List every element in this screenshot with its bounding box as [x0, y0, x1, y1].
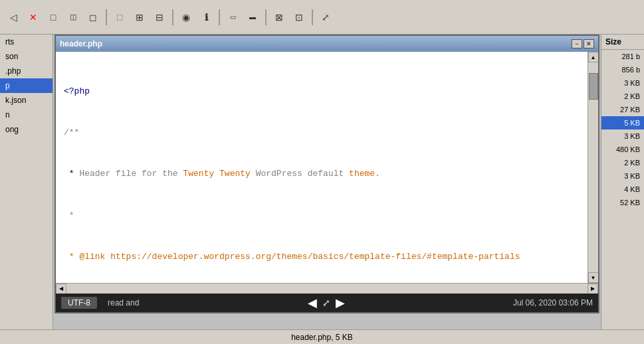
- nav-right-arrow[interactable]: ▶: [336, 296, 345, 310]
- editor-statusbar: UTF-8 read and ◀ ⤢ ▶ Jul 06, 2020 03:06 …: [56, 294, 598, 312]
- editor-content: <?php /** * Header file for the Twenty T…: [56, 52, 598, 283]
- separator-4: [265, 9, 267, 25]
- scroll-left-arrow[interactable]: ◀: [56, 284, 66, 294]
- toolbar-btn-zoom-out[interactable]: ▭: [223, 8, 242, 27]
- right-panel-item-8: 2 KB: [601, 156, 644, 169]
- right-panel-item-3: 2 KB: [601, 90, 644, 103]
- right-panel-item-2: 3 KB: [601, 76, 644, 90]
- bottom-status-text: header.php, 5 KB: [291, 333, 353, 342]
- right-panel-item-11: 52 KB: [601, 196, 644, 209]
- separator-2: [172, 9, 173, 25]
- bottom-status-bar: header.php, 5 KB: [0, 329, 644, 344]
- toolbar-btn-view[interactable]: ◉: [177, 8, 195, 27]
- code-area[interactable]: <?php /** * Header file for the Twenty T…: [56, 52, 588, 283]
- code-line-3: * Header file for the Twenty Twenty Word…: [64, 167, 580, 181]
- scroll-up-arrow[interactable]: ▲: [588, 52, 599, 62]
- toolbar-btn-expand[interactable]: ⤢: [316, 8, 335, 27]
- permissions-label: read and: [108, 298, 139, 307]
- right-panel-item-10: 4 KB: [601, 183, 644, 196]
- scroll-right-arrow[interactable]: ▶: [588, 284, 598, 294]
- main-area: rts son .php p k.json n ong header.php −…: [0, 35, 644, 344]
- scroll-down-arrow[interactable]: ▼: [588, 272, 599, 283]
- right-panel-item-4: 27 KB: [601, 103, 644, 116]
- sidebar-item-php[interactable]: .php: [0, 64, 53, 78]
- nav-controls: ◀ ⤢ ▶: [150, 296, 502, 310]
- right-panel-item-0: 281 b: [601, 50, 644, 63]
- toolbar-btn-unknown2[interactable]: ◫: [64, 8, 82, 27]
- code-line-2: /**: [64, 126, 580, 140]
- minimize-button[interactable]: −: [572, 39, 582, 48]
- toolbar-btn-scroll-left[interactable]: ◁: [4, 8, 23, 27]
- separator-1: [106, 9, 107, 25]
- editor-title: header.php: [60, 39, 102, 48]
- scroll-thumb[interactable]: [589, 73, 598, 100]
- toolbar-btn-grid3[interactable]: ⊠: [270, 8, 288, 27]
- sidebar: rts son .php p k.json n ong: [0, 35, 53, 344]
- toolbar-btn-info[interactable]: ℹ: [197, 8, 215, 27]
- nav-left-arrow[interactable]: ◀: [308, 296, 317, 310]
- sidebar-item-n[interactable]: n: [0, 108, 53, 122]
- separator-3: [219, 9, 220, 25]
- sidebar-item-rts[interactable]: rts: [0, 35, 53, 49]
- toolbar-btn-unknown1[interactable]: □: [44, 8, 62, 27]
- editor-titlebar: header.php − ✕: [56, 36, 598, 52]
- right-panel-item-5: 5 KB: [601, 116, 644, 129]
- code-line-4: *: [64, 209, 580, 223]
- right-panel-item-9: 3 KB: [601, 169, 644, 183]
- right-panel: Size 281 b 856 b 3 KB 2 KB 27 KB 5 KB 3 …: [601, 35, 644, 329]
- toolbar-btn-zoom-in[interactable]: ▬: [243, 8, 262, 27]
- file-date: Jul 06, 2020 03:06 PM: [513, 298, 593, 307]
- sidebar-item-p[interactable]: p: [0, 78, 53, 93]
- right-panel-header: Size: [601, 35, 644, 50]
- sidebar-item-son[interactable]: son: [0, 49, 53, 64]
- nav-expand-icon[interactable]: ⤢: [322, 298, 330, 308]
- toolbar-btn-close[interactable]: ✕: [24, 8, 43, 27]
- editor-window: header.php − ✕ <?php /** * Header file f…: [54, 35, 599, 313]
- right-panel-item-7: 480 KB: [601, 143, 644, 156]
- code-line-1: <?php: [64, 85, 580, 99]
- toolbar-btn-grid4[interactable]: ⊡: [290, 8, 308, 27]
- editor-close-button[interactable]: ✕: [584, 39, 594, 48]
- sidebar-item-ong[interactable]: ong: [0, 122, 53, 137]
- titlebar-buttons: − ✕: [572, 39, 594, 48]
- code-line-5: * @link https://developer.wordpress.org/…: [64, 250, 580, 264]
- encoding-label: UTF-8: [61, 297, 97, 309]
- vertical-scrollbar: ▲ ▼: [588, 52, 598, 283]
- toolbar-btn-grid2[interactable]: ⊟: [150, 8, 169, 27]
- separator-5: [312, 9, 313, 25]
- toolbar-btn-grid1[interactable]: ⊞: [130, 8, 149, 27]
- scroll-h-track: [66, 284, 588, 294]
- sidebar-item-kjson[interactable]: k.json: [0, 93, 53, 108]
- toolbar: ◁ ✕ □ ◫ ◻ ⬚ ⊞ ⊟ ◉ ℹ ▭ ▬ ⊠ ⊡ ⤢: [0, 0, 644, 35]
- horizontal-scrollbar: ◀ ▶: [56, 283, 598, 294]
- right-panel-item-6: 3 KB: [601, 129, 644, 143]
- toolbar-btn-unknown3[interactable]: ◻: [84, 8, 102, 27]
- right-panel-item-1: 856 b: [601, 63, 644, 76]
- toolbar-btn-select[interactable]: ⬚: [110, 8, 129, 27]
